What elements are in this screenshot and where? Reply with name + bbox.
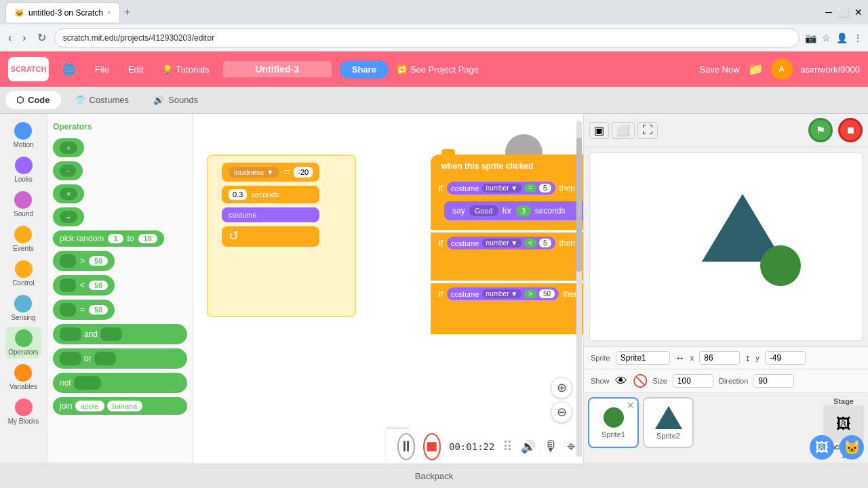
if-block-3[interactable]: if costume number ▼ > 50 then: [431, 283, 583, 334]
edit-menu[interactable]: Edit: [123, 62, 149, 77]
see-project-btn[interactable]: 🔁 See Project Page: [397, 64, 479, 75]
zoom-in-btn[interactable]: ⊕: [551, 377, 572, 399]
gt-block[interactable]: > 50: [53, 251, 115, 271]
script-area[interactable]: loudness ▼ = -20 0.3 seconds costume ↺: [193, 114, 583, 464]
reload-btn[interactable]: ↻: [35, 28, 49, 47]
gt-op: >: [80, 256, 85, 266]
stage-medium-btn[interactable]: ⬜: [612, 122, 635, 139]
repeat-block[interactable]: ↺: [222, 226, 319, 247]
menu-dots-icon[interactable]: ⋮: [853, 33, 863, 43]
size-input[interactable]: [673, 374, 713, 388]
wait-val: 0.3: [229, 189, 247, 200]
stop-recording-btn[interactable]: ⏹: [423, 433, 441, 460]
green-flag-btn[interactable]: ⚑: [808, 118, 833, 142]
operators-label: Operators: [8, 348, 38, 356]
if1-op: =: [524, 184, 536, 192]
project-name-input[interactable]: [223, 61, 332, 77]
sound-label: Sound: [14, 210, 33, 218]
if3-field[interactable]: number ▼: [482, 289, 522, 298]
add-sprite-btn[interactable]: 🐱: [840, 435, 864, 460]
if2-condition[interactable]: costume number ▼ < 5: [447, 237, 555, 249]
sprite-name-input[interactable]: [616, 351, 670, 365]
script-scrollbar[interactable]: [576, 121, 582, 457]
share-btn[interactable]: Share: [340, 60, 389, 79]
url-bar[interactable]: scratch.mit.edu/projects/412930203/edito…: [54, 28, 800, 47]
cat-events[interactable]: Events: [10, 223, 37, 255]
lt-block[interactable]: < 50: [53, 275, 115, 296]
new-tab-btn[interactable]: +: [120, 6, 134, 18]
stage-small-btn[interactable]: ▣: [589, 122, 609, 139]
cat-sensing[interactable]: Sensing: [8, 292, 38, 324]
active-tab[interactable]: 🐱 untitled-3 on Scratch ×: [5, 2, 120, 22]
sprite-show-bar: Show 👁 🚫 Size Direction: [584, 369, 868, 392]
plus-operator-block[interactable]: +: [53, 138, 84, 157]
close-window-btn[interactable]: ✕: [854, 7, 863, 18]
eq-block[interactable]: = 50: [53, 300, 115, 320]
if2-field[interactable]: number ▼: [482, 239, 522, 247]
sprite1-delete[interactable]: ✕: [627, 400, 635, 411]
minimize-btn[interactable]: ─: [825, 7, 832, 18]
if-block-2[interactable]: if costume number ▼ < 5 then: [431, 232, 583, 281]
tab-costumes[interactable]: 👕 Costumes: [64, 91, 140, 109]
y-input[interactable]: [765, 351, 806, 365]
zoom-out-btn[interactable]: ⊖: [551, 401, 572, 423]
add-backdrop-fab[interactable]: 🖼: [810, 435, 834, 460]
show-toggle[interactable]: 👁: [615, 374, 627, 388]
or-block[interactable]: or: [53, 348, 187, 369]
join-block[interactable]: join apple banana: [53, 397, 187, 415]
if-block-1[interactable]: if costume number ▼ = 5 then: [431, 178, 583, 230]
if3-condition[interactable]: costume number ▼ > 50: [447, 287, 559, 300]
and-block[interactable]: and: [53, 324, 187, 344]
not-inner: [74, 376, 101, 390]
cat-operators[interactable]: Operators: [5, 327, 41, 359]
cat-motion[interactable]: Motion: [10, 119, 36, 151]
pause-btn[interactable]: ⏸: [397, 433, 415, 460]
scrollbar-thumb[interactable]: [576, 138, 582, 272]
costume-block[interactable]: costume: [222, 207, 319, 222]
wait-block[interactable]: 0.3 seconds: [222, 186, 319, 203]
tab-sounds[interactable]: 🔊 Sounds: [142, 91, 209, 109]
x-input[interactable]: [699, 351, 740, 365]
if1-condition[interactable]: costume number ▼ = 5: [447, 182, 555, 195]
forward-btn[interactable]: ›: [20, 29, 28, 47]
profile-icon[interactable]: 👤: [836, 33, 848, 43]
save-now-btn[interactable]: Save Now: [699, 64, 739, 75]
tab-code[interactable]: ⬡ Code: [5, 91, 61, 109]
cat-myblocks[interactable]: My Blocks: [5, 396, 42, 428]
volume-btn[interactable]: 🔊: [521, 434, 536, 459]
random-block[interactable]: pick random 1 to 10: [53, 230, 164, 247]
event-hat-block[interactable]: when this sprite clicked: [431, 155, 583, 178]
folder-icon[interactable]: 📁: [748, 62, 763, 77]
maximize-btn[interactable]: ⬜: [837, 7, 849, 18]
stage-fullscreen-btn[interactable]: ⛶: [637, 122, 658, 139]
cat-sound[interactable]: Sound: [11, 188, 36, 220]
tutorials-btn[interactable]: 💡 Tutorials: [157, 62, 214, 77]
hide-toggle[interactable]: 🚫: [633, 373, 648, 388]
say-block[interactable]: say Good for 3 seconds: [444, 201, 583, 220]
divide-operator-block[interactable]: ÷: [53, 207, 84, 226]
cat-control[interactable]: Control: [9, 258, 37, 289]
globe-btn[interactable]: 🌐: [57, 60, 81, 79]
multiply-operator-block[interactable]: ×: [53, 184, 84, 203]
sprite2-thumb[interactable]: Sprite2: [643, 397, 694, 448]
costumes-label: Costumes: [90, 95, 130, 105]
sprite1-thumb[interactable]: ✕ Sprite1: [588, 397, 639, 448]
loudness-block[interactable]: loudness ▼ = -20: [222, 163, 319, 182]
cat-looks[interactable]: Looks: [12, 154, 35, 186]
volume-icon: 🔊: [521, 439, 536, 454]
mic-btn[interactable]: 🎙: [544, 434, 559, 459]
minus-operator-block[interactable]: -: [53, 161, 83, 180]
back-btn[interactable]: ‹: [5, 29, 14, 47]
tab-close-btn[interactable]: ×: [107, 9, 111, 16]
bookmark-icon[interactable]: ☆: [822, 33, 831, 43]
cat-variables[interactable]: Variables: [7, 361, 40, 393]
direction-input[interactable]: [753, 374, 794, 388]
file-menu[interactable]: File: [90, 62, 115, 77]
backpack-bar[interactable]: Backpack: [0, 464, 868, 488]
if1-field-dropdown[interactable]: number ▼: [482, 184, 522, 192]
stop-btn[interactable]: ⏹: [838, 118, 863, 142]
not-block[interactable]: not: [53, 373, 187, 393]
media-controls: ⏸ ⏹ 00:01:22 ⠿ 🔊 🎙 ⌖ ✏ —: [387, 428, 408, 464]
cursor-btn[interactable]: ⌖: [567, 434, 575, 459]
sound-dot: [14, 191, 32, 209]
